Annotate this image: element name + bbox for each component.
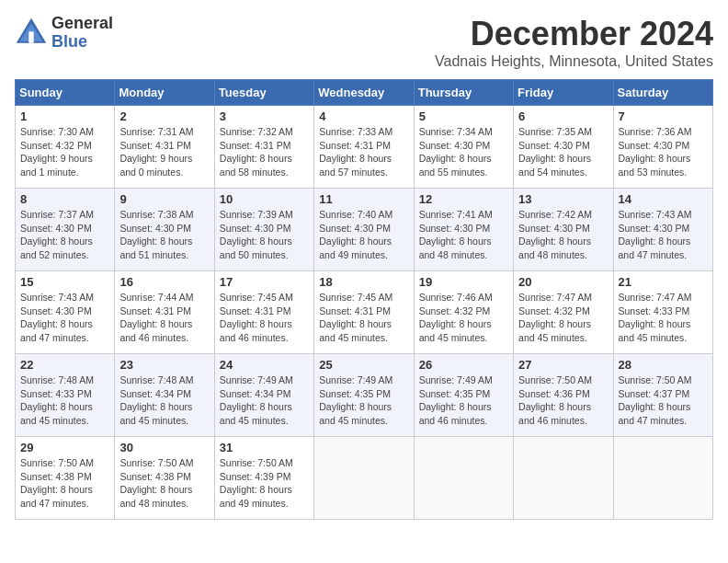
calendar-cell: 28Sunrise: 7:50 AM Sunset: 4:37 PM Dayli… <box>613 354 712 437</box>
calendar-cell: 14Sunrise: 7:43 AM Sunset: 4:30 PM Dayli… <box>613 189 712 271</box>
day-info: Sunrise: 7:42 AM Sunset: 4:30 PM Dayligh… <box>518 208 608 262</box>
calendar-cell: 2Sunrise: 7:31 AM Sunset: 4:31 PM Daylig… <box>115 106 214 189</box>
day-number: 1 <box>20 109 109 123</box>
day-number: 17 <box>220 275 309 289</box>
day-number: 8 <box>20 192 109 206</box>
day-info: Sunrise: 7:49 AM Sunset: 4:34 PM Dayligh… <box>220 373 309 428</box>
day-info: Sunrise: 7:47 AM Sunset: 4:32 PM Dayligh… <box>518 291 608 345</box>
calendar-cell: 5Sunrise: 7:34 AM Sunset: 4:30 PM Daylig… <box>414 106 513 189</box>
day-info: Sunrise: 7:48 AM Sunset: 4:34 PM Dayligh… <box>119 373 209 428</box>
calendar-cell: 18Sunrise: 7:45 AM Sunset: 4:31 PM Dayli… <box>314 271 414 354</box>
calendar-header-saturday: Saturday <box>613 80 712 106</box>
svg-rect-2 <box>28 31 33 43</box>
calendar-week-row: 8Sunrise: 7:37 AM Sunset: 4:30 PM Daylig… <box>16 189 713 271</box>
logo-line2: Blue <box>51 33 113 52</box>
day-number: 31 <box>220 441 309 454</box>
page-header: General Blue December 2024 Vadnais Heigh… <box>15 15 713 70</box>
day-number: 4 <box>319 109 408 123</box>
day-info: Sunrise: 7:38 AM Sunset: 4:30 PM Dayligh… <box>119 208 209 262</box>
calendar-cell: 21Sunrise: 7:47 AM Sunset: 4:33 PM Dayli… <box>613 271 712 354</box>
day-number: 24 <box>220 358 309 372</box>
calendar-cell: 8Sunrise: 7:37 AM Sunset: 4:30 PM Daylig… <box>16 189 115 271</box>
calendar-cell: 22Sunrise: 7:48 AM Sunset: 4:33 PM Dayli… <box>16 354 115 437</box>
calendar-cell: 1Sunrise: 7:30 AM Sunset: 4:32 PM Daylig… <box>16 106 115 189</box>
calendar-cell: 4Sunrise: 7:33 AM Sunset: 4:31 PM Daylig… <box>314 106 414 189</box>
day-info: Sunrise: 7:48 AM Sunset: 4:33 PM Dayligh… <box>20 373 109 428</box>
subtitle: Vadnais Heights, Minnesota, United State… <box>435 53 713 70</box>
day-number: 11 <box>319 192 408 206</box>
calendar-cell <box>314 437 414 520</box>
day-info: Sunrise: 7:31 AM Sunset: 4:31 PM Dayligh… <box>119 125 209 179</box>
day-info: Sunrise: 7:40 AM Sunset: 4:30 PM Dayligh… <box>319 208 408 262</box>
day-number: 9 <box>119 192 209 206</box>
logo-line1: General <box>51 15 113 33</box>
day-number: 18 <box>319 275 408 289</box>
day-info: Sunrise: 7:50 AM Sunset: 4:37 PM Dayligh… <box>619 373 708 428</box>
day-number: 25 <box>319 358 408 372</box>
main-title: December 2024 <box>435 15 713 53</box>
calendar-week-row: 1Sunrise: 7:30 AM Sunset: 4:32 PM Daylig… <box>16 106 713 189</box>
calendar-week-row: 15Sunrise: 7:43 AM Sunset: 4:30 PM Dayli… <box>16 271 713 354</box>
day-number: 20 <box>518 275 608 289</box>
calendar-cell: 17Sunrise: 7:45 AM Sunset: 4:31 PM Dayli… <box>214 271 313 354</box>
day-number: 7 <box>619 109 708 123</box>
day-number: 30 <box>119 441 209 454</box>
calendar-cell: 19Sunrise: 7:46 AM Sunset: 4:32 PM Dayli… <box>414 271 513 354</box>
day-info: Sunrise: 7:41 AM Sunset: 4:30 PM Dayligh… <box>419 208 508 262</box>
day-number: 28 <box>619 358 708 372</box>
day-info: Sunrise: 7:50 AM Sunset: 4:38 PM Dayligh… <box>119 456 209 511</box>
day-number: 6 <box>518 109 608 123</box>
day-info: Sunrise: 7:43 AM Sunset: 4:30 PM Dayligh… <box>20 291 109 345</box>
calendar-cell <box>514 437 613 520</box>
day-number: 3 <box>220 109 309 123</box>
day-info: Sunrise: 7:49 AM Sunset: 4:35 PM Dayligh… <box>319 373 408 428</box>
calendar-cell: 6Sunrise: 7:35 AM Sunset: 4:30 PM Daylig… <box>514 106 613 189</box>
day-info: Sunrise: 7:30 AM Sunset: 4:32 PM Dayligh… <box>20 125 109 179</box>
day-number: 19 <box>419 275 508 289</box>
day-info: Sunrise: 7:49 AM Sunset: 4:35 PM Dayligh… <box>419 373 508 428</box>
day-info: Sunrise: 7:39 AM Sunset: 4:30 PM Dayligh… <box>220 208 309 262</box>
day-number: 27 <box>518 358 608 372</box>
day-info: Sunrise: 7:35 AM Sunset: 4:30 PM Dayligh… <box>518 125 608 179</box>
calendar-header-wednesday: Wednesday <box>314 80 414 106</box>
calendar-week-row: 22Sunrise: 7:48 AM Sunset: 4:33 PM Dayli… <box>16 354 713 437</box>
calendar-cell: 26Sunrise: 7:49 AM Sunset: 4:35 PM Dayli… <box>414 354 513 437</box>
calendar-cell: 13Sunrise: 7:42 AM Sunset: 4:30 PM Dayli… <box>514 189 613 271</box>
calendar-cell: 24Sunrise: 7:49 AM Sunset: 4:34 PM Dayli… <box>214 354 313 437</box>
calendar-cell <box>414 437 513 520</box>
day-info: Sunrise: 7:47 AM Sunset: 4:33 PM Dayligh… <box>619 291 708 345</box>
calendar-cell: 11Sunrise: 7:40 AM Sunset: 4:30 PM Dayli… <box>314 189 414 271</box>
calendar-header-sunday: Sunday <box>16 80 115 106</box>
calendar-cell: 12Sunrise: 7:41 AM Sunset: 4:30 PM Dayli… <box>414 189 513 271</box>
calendar-cell: 27Sunrise: 7:50 AM Sunset: 4:36 PM Dayli… <box>514 354 613 437</box>
calendar-cell: 20Sunrise: 7:47 AM Sunset: 4:32 PM Dayli… <box>514 271 613 354</box>
day-number: 2 <box>119 109 209 123</box>
day-info: Sunrise: 7:46 AM Sunset: 4:32 PM Dayligh… <box>419 291 508 345</box>
calendar-cell: 23Sunrise: 7:48 AM Sunset: 4:34 PM Dayli… <box>115 354 214 437</box>
calendar-header-thursday: Thursday <box>414 80 513 106</box>
calendar-header-friday: Friday <box>514 80 613 106</box>
day-info: Sunrise: 7:33 AM Sunset: 4:31 PM Dayligh… <box>319 125 408 179</box>
calendar-cell: 9Sunrise: 7:38 AM Sunset: 4:30 PM Daylig… <box>115 189 214 271</box>
day-info: Sunrise: 7:36 AM Sunset: 4:30 PM Dayligh… <box>619 125 708 179</box>
day-number: 5 <box>419 109 508 123</box>
day-number: 23 <box>119 358 209 372</box>
day-info: Sunrise: 7:43 AM Sunset: 4:30 PM Dayligh… <box>619 208 708 262</box>
calendar-table: SundayMondayTuesdayWednesdayThursdayFrid… <box>15 79 713 520</box>
day-info: Sunrise: 7:45 AM Sunset: 4:31 PM Dayligh… <box>220 291 309 345</box>
calendar-cell: 16Sunrise: 7:44 AM Sunset: 4:31 PM Dayli… <box>115 271 214 354</box>
day-info: Sunrise: 7:50 AM Sunset: 4:36 PM Dayligh… <box>518 373 608 428</box>
calendar-cell: 30Sunrise: 7:50 AM Sunset: 4:38 PM Dayli… <box>115 437 214 520</box>
calendar-cell: 31Sunrise: 7:50 AM Sunset: 4:39 PM Dayli… <box>214 437 313 520</box>
day-number: 15 <box>20 275 109 289</box>
day-number: 16 <box>119 275 209 289</box>
day-number: 10 <box>220 192 309 206</box>
day-number: 12 <box>419 192 508 206</box>
day-info: Sunrise: 7:50 AM Sunset: 4:38 PM Dayligh… <box>20 456 109 511</box>
calendar-header-tuesday: Tuesday <box>214 80 313 106</box>
day-info: Sunrise: 7:50 AM Sunset: 4:39 PM Dayligh… <box>220 456 309 511</box>
calendar-cell: 15Sunrise: 7:43 AM Sunset: 4:30 PM Dayli… <box>16 271 115 354</box>
day-number: 22 <box>20 358 109 372</box>
calendar-cell: 29Sunrise: 7:50 AM Sunset: 4:38 PM Dayli… <box>16 437 115 520</box>
day-number: 13 <box>518 192 608 206</box>
